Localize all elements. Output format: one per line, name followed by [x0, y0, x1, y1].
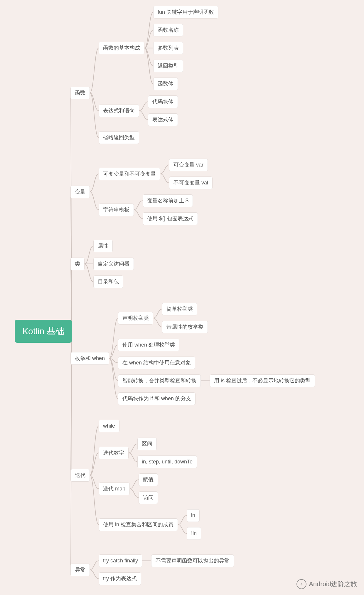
mindmap-node: 迭代 [70, 469, 90, 482]
mindmap-node: 区间 [137, 438, 157, 450]
mindmap-node: 不可变变量 val [169, 177, 213, 189]
mindmap-node: 使用 in 检查集合和区间的成员 [99, 518, 178, 531]
mindmap-node: 自定义访问器 [93, 258, 134, 270]
mindmap-node: 用 is 检查过后，不必显示地转换它的类型 [210, 374, 315, 387]
mindmap-node: 在 when 结构中使用任意对象 [118, 357, 195, 369]
watermark-text: Android进阶之旅 [309, 580, 357, 589]
mindmap-node: 异常 [70, 564, 90, 576]
mindmap-node: 目录和包 [93, 275, 123, 288]
mindmap-node: 赋值 [139, 473, 158, 486]
mindmap-node: 枚举和 when [70, 352, 109, 365]
mindmap-node: 可变变量 var [169, 159, 208, 171]
mindmap-node: try 作为表达式 [99, 572, 141, 585]
mindmap-node: 表达式和语句 [99, 105, 139, 117]
mindmap-node: 声明枚举类 [118, 312, 153, 325]
mindmap-node: 属性 [93, 240, 113, 252]
mindmap-node: 迭代 map [99, 483, 130, 495]
mindmap-node: 函数名称 [153, 24, 183, 36]
mindmap-node: in [187, 509, 200, 522]
mindmap-node: 参数列表 [153, 42, 183, 54]
mindmap-root: Kotlin 基础 [15, 320, 72, 343]
mindmap-node: 省略返回类型 [99, 131, 139, 144]
mindmap-node: while [99, 420, 119, 432]
mindmap-node: 函数的基本构成 [99, 42, 144, 54]
mindmap-node: 简单枚举类 [162, 303, 197, 315]
mindmap-node: 智能转换，合并类型检查和转换 [118, 374, 201, 387]
mindmap-node: 类 [70, 258, 85, 270]
mindmap-node: fun 关键字用于声明函数 [153, 6, 218, 19]
mindmap-node: 函数 [70, 87, 90, 99]
mindmap-node: 代码块体 [148, 95, 178, 108]
mindmap-node: in, step, until, downTo [137, 456, 197, 468]
mindmap-node: 字符串模板 [99, 204, 134, 216]
mindmap-node: 带属性的枚举类 [162, 321, 208, 333]
mindmap-node: 返回类型 [153, 60, 183, 72]
mindmap-node: 使用 ${} 包围表达式 [143, 212, 198, 225]
mindmap-node: 代码块作为 if 和 when 的分支 [118, 392, 196, 405]
mindmap-node: 不需要声明函数可以抛出的异常 [151, 554, 234, 567]
mindmap-node: 变量 [70, 186, 90, 198]
mindmap-node: try catch finally [99, 554, 142, 567]
mindmap-node: 使用 when 处理枚举类 [118, 339, 179, 351]
mindmap-node: 函数体 [153, 78, 178, 90]
mindmap-node: 访问 [139, 491, 158, 504]
mindmap-node: !in [187, 527, 201, 540]
mindmap-node: 变量名称前加上 $ [143, 194, 193, 207]
wechat-icon: ✧ [296, 579, 306, 589]
mindmap-node: 表达式体 [148, 113, 178, 126]
watermark: ✧ Android进阶之旅 [296, 579, 357, 589]
mindmap-node: 可变变量和不可变变量 [99, 168, 160, 180]
mindmap-node: 迭代数字 [99, 447, 129, 459]
